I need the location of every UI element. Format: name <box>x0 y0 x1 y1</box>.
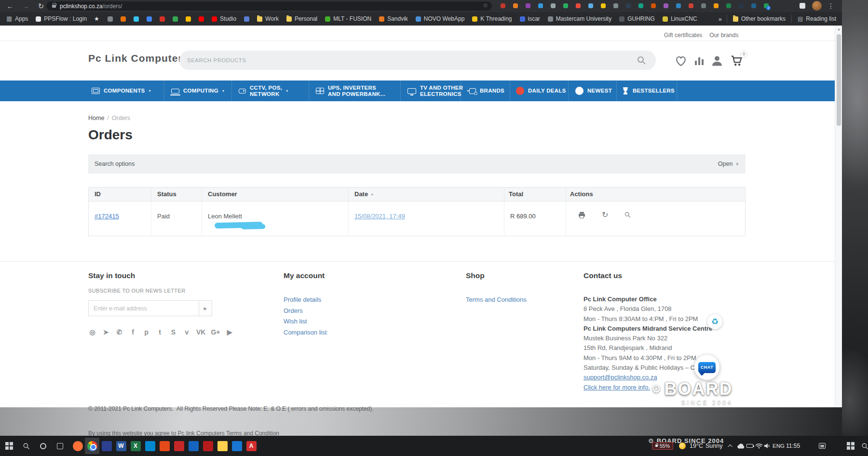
extension-icon[interactable] <box>626 3 631 8</box>
footer-link[interactable]: Profile details <box>284 296 327 303</box>
firefox[interactable] <box>70 438 85 454</box>
extension-icon[interactable] <box>664 3 668 8</box>
footer-link[interactable]: Wish list <box>284 318 327 325</box>
tray-zoom-badge[interactable]: 55% <box>652 436 673 456</box>
bookmark-item[interactable]: Personal <box>283 12 321 26</box>
nav-item-daily-deals[interactable]: DAILY DEALS <box>516 80 566 101</box>
column-header-status[interactable]: Status <box>151 188 202 201</box>
extension-icon[interactable] <box>538 3 543 8</box>
search-icon[interactable] <box>637 55 646 65</box>
reading-list-button[interactable]: ▤ Reading list <box>797 12 837 26</box>
site-logo[interactable]: Pc Link Computers <box>88 53 189 64</box>
search-options-bar[interactable]: Search options Open ∨ <box>88 154 746 174</box>
nav-item-components[interactable]: COMPONENTS ▾ <box>92 80 150 101</box>
app[interactable] <box>143 438 157 454</box>
back-button[interactable]: ← <box>5 0 15 12</box>
extension-icon[interactable] <box>513 3 518 8</box>
gift-certificates-link[interactable]: Gift certificates <box>664 32 702 39</box>
app[interactable] <box>157 438 172 454</box>
nav-item-cctv-pos-network[interactable]: CCTV, POS, NETWORK ▾ <box>239 80 288 101</box>
extension-icon[interactable] <box>563 3 568 8</box>
notepad-plus[interactable] <box>99 438 114 454</box>
view-order-icon[interactable] <box>624 211 631 218</box>
extension-icon[interactable] <box>613 3 618 8</box>
footer-link[interactable]: Comparison list <box>284 329 327 336</box>
column-header-date[interactable]: Date▲ <box>349 188 504 201</box>
extension-icon[interactable] <box>576 3 581 8</box>
battery-icon[interactable] <box>746 436 753 456</box>
reload-button[interactable]: ↻ <box>36 0 46 12</box>
google-plus[interactable]: G+ <box>211 328 220 336</box>
page-scrollbar[interactable]: ▲ <box>835 26 842 407</box>
bookmark-item[interactable]: Mastercam University <box>544 12 615 26</box>
bookmark-item[interactable]: GUHRING <box>615 12 659 26</box>
other-bookmarks-button[interactable]: Other bookmarks <box>732 12 787 26</box>
scrollbar-thumb[interactable] <box>837 34 841 126</box>
extension-icon[interactable] <box>739 3 744 8</box>
scrollbar-up-arrow[interactable]: ▲ <box>835 27 842 31</box>
account-person-icon[interactable] <box>710 54 724 67</box>
telegram[interactable]: ➤ <box>102 328 110 336</box>
instagram[interactable]: ◎ <box>88 328 96 336</box>
second-monitor-search-icon[interactable] <box>861 436 868 456</box>
taskbar-search-icon[interactable] <box>20 438 32 454</box>
extensions-puzzle-icon[interactable] <box>800 3 805 9</box>
chrome[interactable] <box>85 438 99 454</box>
compare-chart-icon[interactable] <box>694 55 705 67</box>
column-header-total[interactable]: Total <box>504 188 566 201</box>
extension-icon[interactable] <box>726 3 731 8</box>
acrobat[interactable]: A <box>244 438 258 454</box>
skype[interactable]: S <box>169 328 177 336</box>
bookmark-item[interactable]: Work <box>253 12 283 26</box>
app[interactable] <box>201 438 215 454</box>
clock[interactable]: 11:55 <box>786 436 800 456</box>
footer-link[interactable]: Orders <box>284 307 327 314</box>
wishlist-heart-icon[interactable] <box>674 54 688 67</box>
bookmark-item[interactable]: Studio <box>208 12 240 26</box>
onedrive-cloud-icon[interactable] <box>737 436 745 456</box>
extension-icon[interactable] <box>601 3 606 8</box>
browser-menu-icon[interactable]: ⋮ <box>827 0 834 12</box>
nav-item-brands[interactable]: BRANDS <box>469 80 504 101</box>
extension-icon[interactable] <box>638 3 643 8</box>
bookmark-item[interactable] <box>156 12 169 26</box>
nav-item-bestsellers[interactable]: BESTSELLERS <box>622 80 675 101</box>
extension-icon[interactable] <box>751 3 756 8</box>
file-explorer[interactable] <box>215 438 230 454</box>
bookmark-item[interactable] <box>143 12 156 26</box>
extension-icon[interactable]: 2 <box>764 3 769 8</box>
pinterest[interactable]: p <box>142 328 150 336</box>
profile-avatar[interactable] <box>812 1 822 11</box>
youtube[interactable]: ▶ <box>226 328 234 336</box>
order-id-link[interactable]: #172415 <box>95 213 119 220</box>
bookmark-item[interactable]: PPSFlow : Login <box>32 12 91 26</box>
bookmark-item[interactable]: MLT - FUSION <box>321 12 375 26</box>
cart-icon[interactable]: 0 <box>730 54 744 67</box>
wifi-icon[interactable] <box>755 436 763 456</box>
action-center-icon[interactable] <box>819 436 826 456</box>
subscribe-button[interactable]: ▶ <box>199 300 212 316</box>
bookmark-item[interactable] <box>240 12 253 26</box>
extension-icon[interactable] <box>651 3 656 8</box>
app[interactable] <box>230 438 244 454</box>
bookmark-item[interactable] <box>169 12 182 26</box>
task-view-icon[interactable] <box>54 438 66 454</box>
start-button[interactable] <box>3 438 15 454</box>
column-header-id[interactable]: ID <box>89 188 151 201</box>
extension-icon[interactable] <box>701 3 706 8</box>
bookmark-item[interactable] <box>182 12 195 26</box>
bookmark-item[interactable]: iscar <box>516 12 544 26</box>
nav-item-tv-electronics[interactable]: TV AND OTHER ELECTRONICS ▾ <box>407 80 469 101</box>
extension-icon[interactable] <box>588 3 593 8</box>
reorder-icon[interactable]: ↻ <box>602 211 608 219</box>
cortana-icon[interactable] <box>37 438 49 454</box>
bookmark-star-icon[interactable]: ☆ <box>483 2 488 9</box>
word[interactable]: W <box>114 438 128 454</box>
whatsapp[interactable]: ✆ <box>115 328 123 336</box>
bookmark-item[interactable] <box>195 12 208 26</box>
extension-icon[interactable] <box>689 3 693 8</box>
bookmark-item[interactable]: LinuxCNC <box>659 12 701 26</box>
order-date-link[interactable]: 15/08/2021, 17:49 <box>354 213 405 220</box>
column-header-customer[interactable]: Customer <box>202 188 349 201</box>
forward-button[interactable]: → <box>20 0 31 12</box>
